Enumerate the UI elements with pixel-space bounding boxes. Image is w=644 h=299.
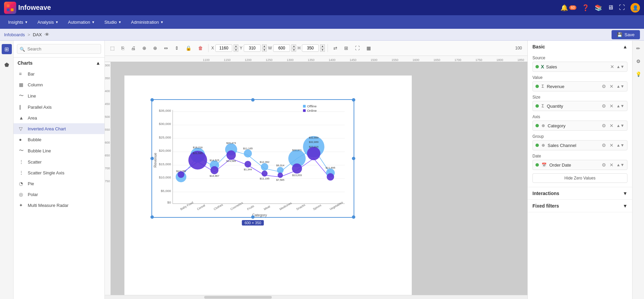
search-input[interactable]	[17, 44, 101, 54]
w-stepper[interactable]: ▲ ▼	[291, 44, 296, 52]
w-up[interactable]: ▲	[291, 44, 296, 48]
right-settings-icon[interactable]: ⚙	[634, 57, 643, 66]
size-arrows[interactable]: ▲▼	[616, 104, 624, 108]
right-bulb-icon[interactable]: 💡	[634, 70, 643, 79]
user-avatar[interactable]: 👤	[630, 3, 640, 13]
svg-text:$11,695: $11,695	[326, 166, 335, 169]
nav-studio[interactable]: Studio ▼	[100, 18, 126, 27]
group-clear[interactable]: ✕	[610, 143, 614, 148]
svg-text:$0: $0	[167, 200, 171, 204]
handle-bot-left[interactable]	[150, 215, 154, 219]
x-up[interactable]: ▲	[234, 44, 238, 48]
y-up[interactable]: ▲	[262, 44, 267, 48]
handle-top-left[interactable]	[150, 98, 154, 102]
value-row: Σ Revenue ⚙ ✕ ▲▼	[532, 81, 627, 91]
x-down[interactable]: ▼	[234, 48, 238, 52]
toolbar-align-btn[interactable]: ⊞	[341, 44, 351, 52]
chart-item-bubble-line[interactable]: 〜 Bubble Line	[14, 145, 104, 156]
group-arrows[interactable]: ▲▼	[616, 143, 624, 148]
value-arrows[interactable]: ▲▼	[616, 84, 624, 89]
expand-icon[interactable]: ⛶	[619, 4, 625, 11]
toolbar-fullscreen-btn[interactable]: ⛶	[352, 44, 362, 52]
chart-item-bubble[interactable]: ● Bubble	[14, 134, 104, 145]
date-arrows[interactable]: ▲▼	[616, 163, 624, 167]
toolbar-print-btn[interactable]: 🖨	[128, 44, 138, 52]
toolbar-grid-btn[interactable]: ▦	[364, 44, 374, 52]
charts-section-header[interactable]: Charts ▲	[14, 58, 104, 68]
source-arrows[interactable]: ▲▼	[616, 64, 624, 69]
date-gear[interactable]: ⚙	[602, 162, 606, 168]
source-clear[interactable]: ✕	[610, 64, 614, 69]
toolbar-copy-btn[interactable]: ⎘	[119, 44, 127, 52]
hide-zero-button[interactable]: Hide Zero Values	[532, 173, 627, 183]
interactions-header[interactable]: Interactions ▼	[528, 187, 632, 199]
chart-item-bar[interactable]: ≡ Bar	[14, 68, 104, 79]
breadcrumb-parent[interactable]: Infoboards	[4, 32, 25, 37]
chart-item-column[interactable]: ▦ Column	[14, 79, 104, 90]
w-down[interactable]: ▼	[291, 48, 296, 52]
handle-mid-left[interactable]	[150, 157, 154, 160]
visibility-icon[interactable]: 👁	[45, 32, 49, 37]
value-gear[interactable]: ⚙	[602, 84, 606, 89]
scrollbar-thumb[interactable]	[204, 296, 272, 299]
y-input[interactable]	[244, 44, 261, 52]
y-down[interactable]: ▼	[262, 48, 267, 52]
toolbar-delete-btn[interactable]: 🗑	[195, 44, 206, 52]
layers-icon[interactable]: ⊞	[2, 44, 12, 54]
chart-widget[interactable]: 600 × 350 $35,000 $30,000 $25,000 $20,00…	[151, 99, 354, 218]
handle-mid-right[interactable]	[352, 157, 355, 160]
fixed-filters-header[interactable]: Fixed filters ▼	[528, 200, 632, 212]
toolbar-select-btn[interactable]: ⬚	[108, 44, 117, 52]
svg-point-61	[244, 161, 251, 168]
chart-item-multi-radar[interactable]: ✦ Multi Measure Radar	[14, 200, 104, 211]
h-up[interactable]: ▲	[320, 44, 325, 48]
toolbar-lock-btn[interactable]: 🔒	[183, 44, 194, 52]
chart-item-scatter[interactable]: ⋮ Scatter	[14, 156, 104, 167]
chart-item-pie[interactable]: ◔ Pie	[14, 178, 104, 189]
right-panel: Basic ▲ Source X Sales ✕ ▲▼ Value Σ	[527, 41, 632, 299]
x-input[interactable]	[215, 44, 232, 52]
handle-bot-right[interactable]	[352, 215, 355, 219]
data-icon[interactable]: ⬟	[2, 60, 12, 70]
nav-insights[interactable]: Insights ▼	[4, 18, 32, 27]
help-icon[interactable]: ❓	[582, 4, 589, 12]
library-icon[interactable]: 📚	[595, 4, 602, 12]
group-gear[interactable]: ⚙	[602, 143, 606, 148]
nav-analysis[interactable]: Analysis ▼	[33, 18, 63, 27]
axis-gear[interactable]: ⚙	[602, 123, 606, 128]
handle-top-mid[interactable]	[251, 98, 255, 102]
x-stepper[interactable]: ▲ ▼	[234, 44, 238, 52]
monitor-icon[interactable]: 🖥	[607, 4, 614, 11]
right-edit-icon[interactable]: ✏	[634, 44, 643, 53]
y-stepper[interactable]: ▲ ▼	[262, 44, 267, 52]
toolbar-mirror-btn[interactable]: ⇕	[172, 44, 182, 52]
chart-item-polar[interactable]: ◎ Polar	[14, 189, 104, 200]
toolbar-swap-btn[interactable]: ⇄	[331, 44, 340, 52]
axis-clear[interactable]: ✕	[610, 123, 614, 128]
w-input[interactable]	[273, 44, 290, 52]
chart-item-line[interactable]: 〜 Line	[14, 90, 104, 102]
chart-item-parallel-axis[interactable]: ∥ Parallel Axis	[14, 102, 104, 112]
nav-administration[interactable]: Administration ▼	[127, 18, 168, 27]
toolbar-dup2-btn[interactable]: ⊕	[150, 44, 160, 52]
axis-arrows[interactable]: ▲▼	[616, 123, 624, 128]
handle-bot-mid[interactable]	[251, 215, 255, 219]
toolbar-dup1-btn[interactable]: ⊕	[140, 44, 149, 52]
chart-item-inverted-area[interactable]: ▽ Inverted Area Chart	[14, 123, 104, 134]
date-clear[interactable]: ✕	[610, 162, 614, 168]
basic-section-header[interactable]: Basic ▲	[528, 41, 632, 53]
value-clear[interactable]: ✕	[610, 84, 614, 89]
save-button[interactable]: 💾 Save	[612, 30, 640, 39]
chart-item-area[interactable]: ▲ Area	[14, 112, 104, 123]
h-down[interactable]: ▼	[320, 48, 325, 52]
handle-top-right[interactable]	[352, 98, 355, 102]
size-gear[interactable]: ⚙	[602, 103, 606, 109]
chart-item-scatter-single[interactable]: ⋮ Scatter Single Axis	[14, 167, 104, 178]
h-input[interactable]	[302, 44, 319, 52]
toolbar-flip-btn[interactable]: ⇔	[161, 44, 171, 52]
size-clear[interactable]: ✕	[610, 103, 614, 109]
nav-automation[interactable]: Automation ▼	[64, 18, 99, 27]
h-stepper[interactable]: ▲ ▼	[320, 44, 325, 52]
horizontal-scrollbar[interactable]	[105, 295, 527, 299]
notification-icon[interactable]: 🔔 60	[560, 4, 576, 12]
